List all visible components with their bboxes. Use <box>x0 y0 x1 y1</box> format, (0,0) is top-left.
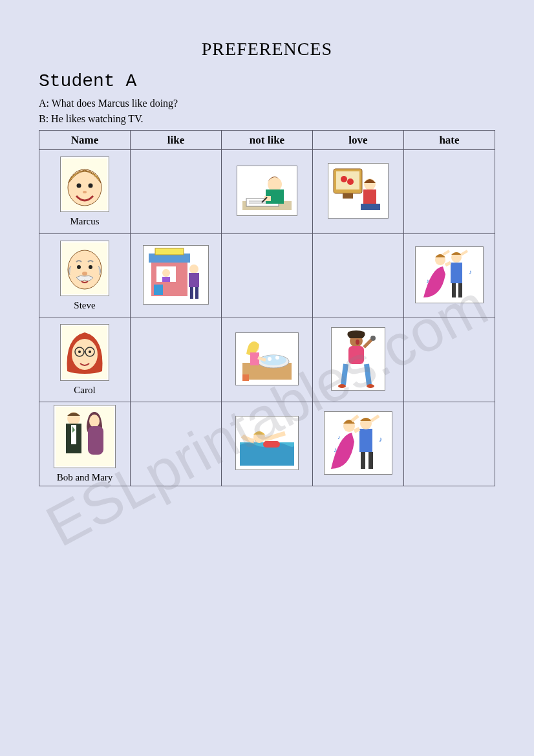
svg-rect-34 <box>162 277 170 282</box>
svg-rect-74 <box>71 425 76 444</box>
boy-face-icon <box>60 157 109 212</box>
cell-love: ♪ ♪ ♪ <box>313 402 404 486</box>
cell-hate <box>404 150 495 234</box>
svg-rect-71 <box>56 407 114 466</box>
cell-hate: ♪ ♪ <box>404 234 495 318</box>
header-hate: hate <box>404 131 495 150</box>
svg-point-25 <box>77 265 81 269</box>
svg-rect-39 <box>195 287 198 299</box>
table-row: Steve <box>39 234 495 318</box>
svg-point-33 <box>162 269 170 277</box>
svg-rect-86 <box>361 452 365 469</box>
svg-text:♪: ♪ <box>379 435 383 443</box>
cell-not-like <box>222 150 313 234</box>
svg-rect-31 <box>155 248 184 255</box>
svg-point-18 <box>347 178 354 185</box>
dancing-icon: ♪ ♪ ♪ <box>324 411 392 475</box>
svg-point-3 <box>89 184 93 188</box>
svg-rect-19 <box>343 193 353 199</box>
svg-rect-44 <box>452 283 456 297</box>
svg-point-17 <box>341 176 347 182</box>
svg-rect-21 <box>363 189 376 205</box>
header-not-like: not like <box>222 131 313 150</box>
dialogue-line-b: B: He likes watching TV. <box>39 113 495 125</box>
svg-text:♪: ♪ <box>334 446 337 453</box>
svg-point-4 <box>83 191 87 193</box>
cell-person: Carol <box>39 318 131 402</box>
svg-point-76 <box>89 415 100 427</box>
svg-rect-63 <box>242 374 249 381</box>
cell-love <box>313 234 404 318</box>
watching-tv-icon <box>328 163 389 219</box>
svg-rect-84 <box>359 429 372 452</box>
bald-man-face-icon <box>60 241 109 296</box>
woman-glasses-face-icon <box>60 324 109 381</box>
svg-point-36 <box>189 265 198 274</box>
couple-icon <box>54 405 116 468</box>
cell-love <box>313 318 404 402</box>
cell-not-like <box>222 318 313 402</box>
svg-rect-37 <box>189 273 199 287</box>
svg-text:♪: ♪ <box>426 277 429 285</box>
shopping-booth-icon <box>143 245 209 305</box>
svg-rect-42 <box>451 263 462 283</box>
svg-point-54 <box>89 351 91 353</box>
svg-rect-81 <box>263 441 280 448</box>
header-love: love <box>313 131 404 150</box>
dialogue-line-a: A: What does Marcus like doing? <box>39 98 495 109</box>
svg-rect-35 <box>154 285 163 295</box>
cell-not-like <box>222 234 313 318</box>
cell-love <box>313 150 404 234</box>
person-name: Steve <box>42 300 127 311</box>
svg-point-60 <box>275 356 279 360</box>
singing-icon <box>331 327 385 391</box>
cell-like <box>131 150 222 234</box>
svg-point-26 <box>89 265 92 269</box>
cell-like <box>131 402 222 486</box>
svg-rect-67 <box>348 346 364 364</box>
svg-point-70 <box>367 384 374 388</box>
header-name: Name <box>39 131 131 150</box>
svg-rect-77 <box>88 426 103 455</box>
student-label: Student A <box>39 71 495 91</box>
preferences-table: Name like not like love hate <box>39 130 495 486</box>
svg-point-68 <box>370 336 376 341</box>
table-row: Marcus <box>39 150 495 234</box>
person-name: Carol <box>42 385 127 396</box>
svg-point-66 <box>356 340 359 345</box>
svg-point-69 <box>338 384 346 388</box>
svg-point-53 <box>78 351 81 353</box>
page-title: PREFERENCES <box>39 39 495 59</box>
svg-point-2 <box>77 184 81 188</box>
writing-icon <box>237 166 297 216</box>
svg-rect-38 <box>190 287 193 299</box>
cell-hate <box>404 402 495 486</box>
cell-person: Marcus <box>39 150 131 234</box>
svg-text:♪: ♪ <box>337 434 341 440</box>
person-name: Bob and Mary <box>42 472 127 483</box>
table-row: Carol <box>39 318 495 402</box>
header-like: like <box>131 131 222 150</box>
svg-rect-87 <box>368 452 373 469</box>
svg-text:♪: ♪ <box>469 268 472 275</box>
cell-not-like <box>222 402 313 486</box>
svg-point-27 <box>82 272 87 275</box>
dancing-icon: ♪ ♪ <box>415 246 484 303</box>
cell-person: Steve <box>39 234 131 318</box>
washing-dishes-icon <box>235 332 299 385</box>
cell-hate <box>404 318 495 402</box>
svg-rect-22 <box>361 204 380 210</box>
person-name: Marcus <box>42 216 127 227</box>
svg-point-59 <box>268 357 272 361</box>
cell-like <box>131 318 222 402</box>
cell-like <box>131 234 222 318</box>
table-row: Bob and Mary <box>39 402 495 486</box>
cell-person: Bob and Mary <box>39 402 131 486</box>
svg-rect-45 <box>458 283 462 297</box>
swimming-icon <box>235 416 299 470</box>
